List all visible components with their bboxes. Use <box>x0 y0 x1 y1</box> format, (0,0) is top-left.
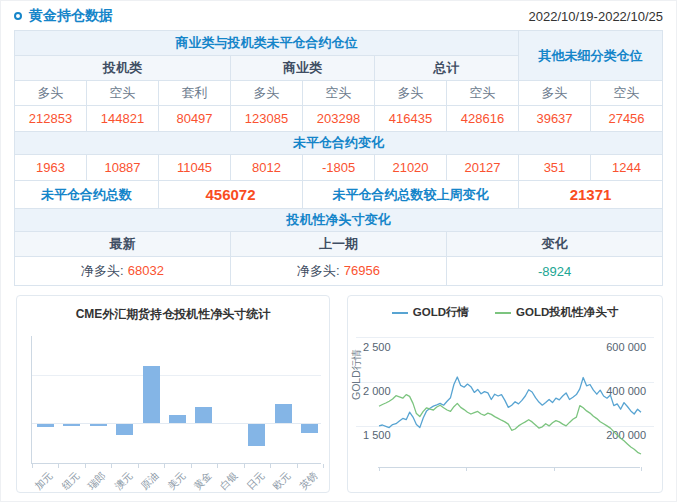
x-axis-tick <box>164 464 165 468</box>
col-header: 多头 <box>15 81 87 106</box>
x-axis-tick <box>641 467 642 471</box>
total-open-interest-label: 未平仓合约总数 <box>15 181 159 209</box>
section-header-main: 商业类与投机类未平仓合约仓位 <box>15 31 519 56</box>
col-header: 套利 <box>159 81 231 106</box>
x-axis-tick <box>138 464 139 468</box>
position-value: 144821 <box>87 106 159 132</box>
bar-瑞郎 <box>90 424 107 426</box>
x-axis-tick <box>323 464 324 468</box>
x-axis-tick <box>244 464 245 468</box>
bar-chart-card: CME外汇期货持仓投机性净头寸统计 加元纽元瑞郎澳元原油美元黄金白银日元欧元英镑 <box>16 295 330 493</box>
position-value: 212853 <box>15 106 87 132</box>
change-value: 8012 <box>231 155 303 181</box>
bar-英镑 <box>301 424 318 433</box>
x-axis-tick <box>191 464 192 468</box>
x-axis-tick <box>554 467 555 471</box>
x-axis-tick <box>32 464 33 468</box>
positions-table: 商业类与投机类未平仓合约仓位 其他未细分类仓位 投机类 商业类 总计 多头 空头… <box>14 30 663 286</box>
category-label: 加元 <box>32 469 56 493</box>
x-axis-tick <box>217 464 218 468</box>
section-header-other: 其他未细分类仓位 <box>519 31 663 81</box>
group-header-total: 总计 <box>375 56 519 81</box>
category-label: 白银 <box>217 469 241 493</box>
x-axis-tick <box>58 464 59 468</box>
bar-y-axis <box>31 336 32 463</box>
net-previous-cell: 净多头:76956 <box>231 257 447 286</box>
position-value: 123085 <box>231 106 303 132</box>
col-header: 多头 <box>375 81 447 106</box>
category-label: 欧元 <box>270 469 294 493</box>
x-axis-tick <box>379 467 380 471</box>
category-label: 英镑 <box>297 469 321 493</box>
bar-chart-title: CME外汇期货持仓投机性净头寸统计 <box>17 306 329 323</box>
col-header: 多头 <box>519 81 591 106</box>
bar-日元 <box>248 424 265 446</box>
x-axis-tick <box>297 464 298 468</box>
total-change-label: 未平仓合约总数较上周变化 <box>303 181 519 209</box>
bar-欧元 <box>275 404 292 423</box>
net-col-latest: 最新 <box>15 232 231 257</box>
col-header: 空头 <box>447 81 519 106</box>
header-bar: 黄金持仓数据 2022/10/19-2022/10/25 <box>14 6 663 26</box>
bar-黄金 <box>195 407 212 423</box>
x-axis-tick <box>466 467 467 471</box>
net-col-change: 变化 <box>447 232 663 257</box>
series-line-gold-price <box>379 377 641 428</box>
category-label: 瑞郎 <box>85 469 109 493</box>
bar-纽元 <box>63 424 80 426</box>
line-plot <box>348 296 664 496</box>
page-title: 黄金持仓数据 <box>29 7 113 25</box>
col-header: 空头 <box>87 81 159 106</box>
change-value: -1805 <box>303 155 375 181</box>
category-label: 日元 <box>244 469 268 493</box>
x-axis-tick <box>111 464 112 468</box>
position-value: 27456 <box>591 106 663 132</box>
position-value: 80497 <box>159 106 231 132</box>
net-col-previous: 上一期 <box>231 232 447 257</box>
net-change-value: -8924 <box>447 257 663 286</box>
group-header-commercial: 商业类 <box>231 56 375 81</box>
change-value: 21020 <box>375 155 447 181</box>
x-axis-tick <box>270 464 271 468</box>
group-header-speculative: 投机类 <box>15 56 231 81</box>
col-header: 多头 <box>231 81 303 106</box>
position-value: 428616 <box>447 106 519 132</box>
net-latest-label: 净多头: <box>81 263 124 278</box>
position-value: 39637 <box>519 106 591 132</box>
bar-加元 <box>37 424 54 427</box>
category-label: 美元 <box>164 469 188 493</box>
total-change-value: 21371 <box>519 181 663 209</box>
x-axis-tick <box>85 464 86 468</box>
bar-x-axis <box>31 463 321 464</box>
section-header-net: 投机性净头寸变化 <box>15 209 663 232</box>
bar-澳元 <box>116 424 133 435</box>
section-header-change: 未平仓合约变化 <box>15 132 663 155</box>
change-value: 1244 <box>591 155 663 181</box>
change-value: 10887 <box>87 155 159 181</box>
category-label: 原油 <box>138 469 162 493</box>
net-previous-value: 76956 <box>344 263 380 278</box>
category-label: 黄金 <box>191 469 215 493</box>
bar-美元 <box>169 415 186 423</box>
category-label: 澳元 <box>111 469 135 493</box>
date-range: 2022/10/19-2022/10/25 <box>529 9 663 24</box>
change-value: 1963 <box>15 155 87 181</box>
line-chart-card: GOLD行情 GOLD投机性净头寸 2 500 2 000 1 500 600 … <box>347 295 663 493</box>
circle-bullet-icon <box>14 12 22 20</box>
net-previous-label: 净多头: <box>297 263 340 278</box>
change-value: 11045 <box>159 155 231 181</box>
col-header: 空头 <box>303 81 375 106</box>
page-title-wrap: 黄金持仓数据 <box>14 7 113 25</box>
col-header: 空头 <box>591 81 663 106</box>
total-open-interest-value: 456072 <box>159 181 303 209</box>
change-value: 351 <box>519 155 591 181</box>
gridline <box>32 375 321 376</box>
change-value: 20127 <box>447 155 519 181</box>
series-line-net-position <box>379 395 641 454</box>
position-value: 203298 <box>303 106 375 132</box>
bar-原油 <box>143 366 160 423</box>
net-latest-value: 68032 <box>128 263 164 278</box>
position-value: 416435 <box>375 106 447 132</box>
category-label: 纽元 <box>59 469 83 493</box>
net-latest-cell: 净多头:68032 <box>15 257 231 286</box>
